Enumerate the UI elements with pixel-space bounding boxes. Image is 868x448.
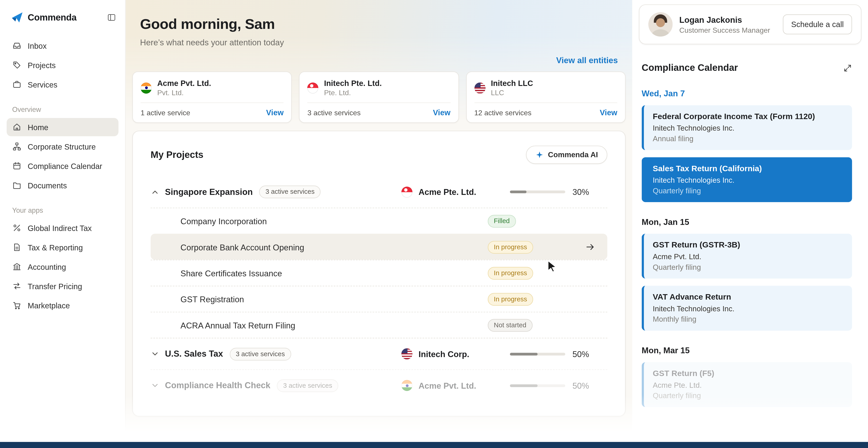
event-company: Acme Pvt. Ltd. <box>653 252 843 261</box>
expand-icon <box>843 64 852 72</box>
active-services-badge: 3 active services <box>229 348 291 360</box>
sidebar-item-documents[interactable]: Documents <box>6 176 118 195</box>
singapore-flag-icon <box>401 186 412 198</box>
entity-type: Pvt. Ltd. <box>157 89 211 97</box>
compliance-calendar-panel: Compliance Calendar Wed, Jan 7 Federal C… <box>632 62 868 407</box>
hierarchy-icon <box>12 142 22 151</box>
progress-percentage: 30% <box>572 187 589 197</box>
view-all-entities-link[interactable]: View all entities <box>556 56 618 65</box>
advisor-role: Customer Success Manager <box>679 26 776 34</box>
entity-name: Initech LLC <box>491 79 533 88</box>
calendar-icon <box>12 161 22 171</box>
task-name: ACRA Annual Tax Return Filing <box>180 320 488 330</box>
active-services-count: 3 active services <box>307 108 361 117</box>
task-row-acra-annual-tax-return-filing[interactable]: ACRA Annual Tax Return Filing Not starte… <box>151 312 607 338</box>
sidebar-item-transfer-pricing[interactable]: Transfer Pricing <box>6 277 118 295</box>
sidebar-item-label: Corporate Structure <box>28 142 96 151</box>
entity-card-initech-llc[interactable]: Initech LLC LLC 12 active services View <box>466 71 626 123</box>
sidebar-item-corporate-structure[interactable]: Corporate Structure <box>6 138 118 156</box>
project-group-row-us-sales-tax[interactable]: U.S. Sales Tax 3 active services Initech… <box>151 338 607 369</box>
sidebar-item-inbox[interactable]: Inbox <box>6 36 118 55</box>
expand-calendar-button[interactable] <box>843 64 852 72</box>
sidebar-item-tax-reporting[interactable]: Tax & Reporting <box>6 238 118 257</box>
project-entity-name: Acme Pvt. Ltd. <box>418 381 476 390</box>
sidebar-item-label: Transfer Pricing <box>28 281 82 290</box>
arrow-right-icon <box>585 242 595 252</box>
task-row-corporate-bank-account-opening[interactable]: Corporate Bank Account Opening In progre… <box>151 234 607 260</box>
usa-flag-icon <box>474 82 485 93</box>
status-badge: In progress <box>488 241 533 253</box>
sidebar-item-home[interactable]: Home <box>6 118 118 136</box>
view-entity-link[interactable]: View <box>266 108 284 117</box>
singapore-flag-icon <box>307 82 318 93</box>
entity-card-initech-pte[interactable]: Initech Pte. Ltd. Pte. Ltd. 3 active ser… <box>299 71 459 123</box>
view-entity-link[interactable]: View <box>600 108 617 117</box>
sidebar-item-label: Home <box>28 123 49 131</box>
task-row-share-certificates-issuance[interactable]: Share Certificates Issuance In progress <box>151 260 607 286</box>
folder-icon <box>12 180 22 190</box>
project-group-name: Compliance Health Check <box>165 381 270 390</box>
entity-type: LLC <box>491 89 533 97</box>
event-card-gst-return-gstr-3b[interactable]: GST Return (GSTR-3B) Acme Pvt. Ltd. Quar… <box>642 234 852 278</box>
event-title: Sales Tax Return (California) <box>653 164 843 173</box>
building-icon <box>12 262 22 271</box>
event-frequency: Quarterly filing <box>653 186 843 195</box>
home-icon <box>12 122 22 132</box>
project-group-row-singapore-expansion[interactable]: Singapore Expansion 3 active services Ac… <box>151 176 607 208</box>
transfer-icon <box>12 281 22 291</box>
schedule-call-button[interactable]: Schedule a call <box>783 14 852 34</box>
sidebar-item-projects[interactable]: Projects <box>6 56 118 74</box>
commenda-logo-icon <box>11 11 23 23</box>
event-frequency: Monthly filing <box>653 315 843 324</box>
commenda-ai-label: Commenda AI <box>548 151 598 159</box>
commenda-ai-button[interactable]: Commenda AI <box>526 146 608 164</box>
sidebar-item-marketplace[interactable]: Marketplace <box>6 296 118 315</box>
sidebar-collapse-button[interactable] <box>107 12 116 22</box>
progress-percentage: 50% <box>572 381 589 390</box>
divider <box>141 102 284 103</box>
bottom-dock-bar <box>0 442 868 448</box>
india-flag-icon <box>141 82 152 93</box>
task-name: Corporate Bank Account Opening <box>180 242 488 252</box>
active-services-count: 12 active services <box>474 108 531 117</box>
event-company: Initech Technologies Inc. <box>653 124 843 132</box>
tag-icon <box>12 60 22 70</box>
project-group-name: U.S. Sales Tax <box>165 349 223 359</box>
entity-cards-row: Acme Pvt. Ltd. Pvt. Ltd. 1 active servic… <box>132 71 626 123</box>
chevron-up-icon[interactable] <box>151 187 165 196</box>
sidebar-item-global-indirect-tax[interactable]: Global Indirect Tax <box>6 219 118 237</box>
brand[interactable]: Commenda <box>11 11 76 23</box>
active-services-badge: 3 active services <box>259 185 321 198</box>
sidebar-item-services[interactable]: Services <box>6 76 118 94</box>
entity-name: Acme Pvt. Ltd. <box>157 79 211 88</box>
calendar-date: Mon, Mar 15 <box>642 346 852 355</box>
event-card-vat-advance-return[interactable]: VAT Advance Return Initech Technologies … <box>642 286 852 331</box>
chevron-down-icon[interactable] <box>151 350 165 358</box>
advisor-name: Logan Jackonis <box>679 14 776 24</box>
event-card-gst-return-f5[interactable]: GST Return (F5) Acme Pte. Ltd. Quarterly… <box>642 362 852 407</box>
sidebar-item-compliance-calendar[interactable]: Compliance Calendar <box>6 157 118 175</box>
entity-card-acme-pvt[interactable]: Acme Pvt. Ltd. Pvt. Ltd. 1 active servic… <box>132 71 292 123</box>
task-row-gst-registration[interactable]: GST Registration In progress <box>151 286 607 312</box>
sidebar-item-label: Documents <box>28 181 67 190</box>
sidebar-item-label: Inbox <box>28 41 47 50</box>
task-row-company-incorporation[interactable]: Company Incorporation Filled <box>151 208 607 234</box>
sidebar-item-accounting[interactable]: Accounting <box>6 258 118 276</box>
chevron-down-icon[interactable] <box>151 381 165 390</box>
progress-bar <box>510 353 565 355</box>
project-group-row-compliance-health-check[interactable]: Compliance Health Check 3 active service… <box>151 369 607 401</box>
sidebar: Commenda Inbox Projects Services Overvi <box>0 0 126 448</box>
cart-icon <box>12 301 22 310</box>
view-entity-link[interactable]: View <box>433 108 451 117</box>
sidebar-item-label: Compliance Calendar <box>28 161 102 170</box>
event-card-federal-corporate-income-tax[interactable]: Federal Corporate Income Tax (Form 1120)… <box>642 105 852 150</box>
event-company: Acme Pte. Ltd. <box>653 381 843 389</box>
progress-bar <box>510 190 565 193</box>
event-company: Initech Technologies Inc. <box>653 176 843 184</box>
my-projects-card: My Projects Commenda AI Singapore Expans… <box>132 130 626 416</box>
progress-percentage: 50% <box>572 349 589 359</box>
event-card-sales-tax-return-california[interactable]: Sales Tax Return (California) Initech Te… <box>642 157 852 202</box>
task-name: Share Certificates Issuance <box>180 268 488 278</box>
event-title: GST Return (GSTR-3B) <box>653 240 843 249</box>
status-badge: In progress <box>488 293 533 305</box>
